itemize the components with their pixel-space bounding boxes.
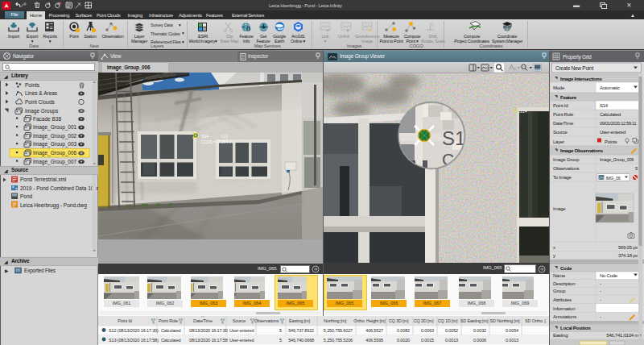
svg-text:Date/Time: Date/Time [193,318,213,323]
svg-text:08/13/2020 16:17:58: 08/13/2020 16:17:58 [189,338,228,343]
svg-text:S13 (08/13/2020 16:17:58): S13 (08/13/2020 16:17:58) [109,338,159,343]
svg-text:Code: Code [560,266,572,271]
svg-text:09/01/2020 12:59:11: 09/01/2020 12:59:11 [600,121,636,126]
svg-text:Point Role: Point Role [553,112,574,117]
svg-text:Point Clouds: Point Clouds [25,99,56,105]
svg-text:Property Grid: Property Grid [563,54,592,60]
svg-text:Image_Group_001: Image_Group_001 [33,124,77,131]
svg-text:0.0020: 0.0020 [397,338,410,343]
svg-text:Image_Group_006: Image_Group_006 [33,150,77,156]
svg-text:Pond Terrestrial.xml: Pond Terrestrial.xml [20,177,67,182]
svg-text:Image Observations: Image Observations [560,148,604,153]
svg-text:CQ 1D [m]: CQ 1D [m] [438,318,458,323]
svg-text:546,740.0668: 546,740.0668 [288,338,314,343]
svg-text:SD Ortho. [: SD Ortho. [ [525,318,546,323]
svg-text:CQ 2D [m]: CQ 2D [m] [414,318,434,323]
svg-text:Source: Source [233,318,246,323]
svg-text:a: a [514,66,516,71]
svg-text:IMG_06: IMG_06 [606,176,621,181]
svg-text:Feature: Feature [560,95,577,100]
svg-text:Image_Group_007: Image_Group_007 [33,159,77,165]
svg-text:y: y [553,253,555,258]
svg-text:Lines & Areas: Lines & Areas [25,90,58,96]
svg-text:Attributes: Attributes [553,297,572,302]
svg-text:Create New Point: Create New Point [555,65,593,71]
svg-text:Local Position: Local Position [560,326,591,330]
svg-text:5,250,755.6027: 5,250,755.6027 [324,328,353,333]
svg-text:Easting: Easting [553,333,568,338]
svg-text:S12 (08/13/2020 16:17:30): S12 (08/13/2020 16:17:30) [109,328,159,333]
svg-text:546,741.0104 m: 546,741.0104 m [606,333,638,338]
svg-text:Point Id: Point Id [118,318,132,323]
svg-text:Group: Group [553,289,566,293]
svg-text:x: x [553,245,555,250]
svg-text:-: - [600,314,601,319]
svg-text:0.0054: 0.0054 [506,328,518,333]
svg-text:CQ 3D [m]: CQ 3D [m] [389,318,409,323]
svg-text:Image Groups: Image Groups [25,108,59,114]
svg-text:SD Easting [m]: SD Easting [m] [460,318,489,323]
svg-text:Point Id: Point Id [553,103,568,108]
svg-text:-: - [600,289,601,293]
svg-text:Image_Group_003: Image_Group_003 [33,141,77,148]
svg-text:Date/Time: Date/Time [553,121,574,126]
svg-text:Name: Name [553,273,566,278]
svg-text:No Code: No Code [600,273,618,278]
svg-text:Observations: Observations [553,166,580,171]
svg-text:569.05 px: 569.05 px [618,245,638,250]
svg-text:Image Intersections: Image Intersections [560,77,603,81]
svg-text:Northing [m]: Northing [m] [324,318,347,323]
svg-text:-: - [600,297,601,302]
svg-text:0.0052: 0.0052 [445,328,458,333]
svg-text:Annotations: Annotations [553,314,576,319]
svg-text:S1: S1 [442,127,465,149]
svg-text:5,250,755.5206: 5,250,755.5206 [324,338,353,343]
svg-text:406.5595: 406.5595 [365,338,383,343]
svg-text:5: 5 [279,328,282,333]
svg-text:Ortho. Height [m]: Ortho. Height [m] [353,318,386,323]
svg-text:Observations: Observations [254,318,279,323]
svg-text:CQ3D = 0.054 m: CQ3D = 0.054 m [201,139,233,144]
svg-text:08/13/2020 16:17:30: 08/13/2020 16:17:30 [189,328,228,333]
svg-text:Image_Group_006: Image_Group_006 [600,157,634,162]
svg-text:User-entered: User-entered [229,328,254,333]
svg-text:To Image: To Image [553,175,572,180]
svg-text:-: - [600,281,601,286]
svg-text:0.0082: 0.0082 [397,328,410,333]
svg-text:S14: S14 [519,109,527,114]
svg-text:User-entered: User-entered [600,130,625,135]
svg-text:Image_Group_002: Image_Group_002 [33,133,77,139]
svg-text:Calculated: Calculated [600,112,621,117]
svg-text:2019 - Pond Combined Data 10cm: 2019 - Pond Combined Data 10cm.e57 [20,185,98,191]
svg-text:Calculated: Calculated [161,338,181,343]
svg-text:0.0006: 0.0006 [473,338,486,343]
svg-text:0.0032: 0.0032 [473,328,486,333]
svg-text:Points: Points [25,82,40,88]
svg-text:S15: S15 [221,134,228,139]
svg-text:Mode: Mode [553,85,565,90]
svg-text:0.0013: 0.0013 [506,338,518,343]
svg-text:374.18 px: 374.18 px [618,253,638,258]
svg-text:Image Group: Image Group [553,157,580,162]
svg-text:Layer: Layer [553,139,564,144]
svg-text:Facade B38: Facade B38 [33,116,61,122]
svg-text:Leica Heerbrugg - Pond.dwg: Leica Heerbrugg - Pond.dwg [20,202,87,209]
svg-text:Points: Points [605,139,617,144]
svg-text:Information: Information [553,306,575,311]
svg-text:Source: Source [553,130,568,135]
svg-text:0.0063: 0.0063 [421,328,434,333]
svg-text:0.0013: 0.0013 [445,338,458,343]
svg-text:i: i [248,27,249,31]
svg-text:SD Northing [m]: SD Northing [m] [490,318,520,323]
svg-text:Easting [m]: Easting [m] [289,318,310,323]
svg-text:Description: Description [553,281,575,286]
svg-text:Calculated: Calculated [161,328,181,333]
svg-text:S14: S14 [201,134,208,139]
svg-text:406.5527: 406.5527 [365,328,383,333]
svg-text:Pond: Pond [20,193,33,199]
svg-text:0.0015: 0.0015 [421,338,434,343]
svg-text:User-entered: User-entered [229,338,254,343]
svg-text:Automatic: Automatic [600,85,620,90]
svg-text:546,737.8922: 546,737.8922 [288,328,314,333]
svg-text:5: 5 [279,338,282,343]
